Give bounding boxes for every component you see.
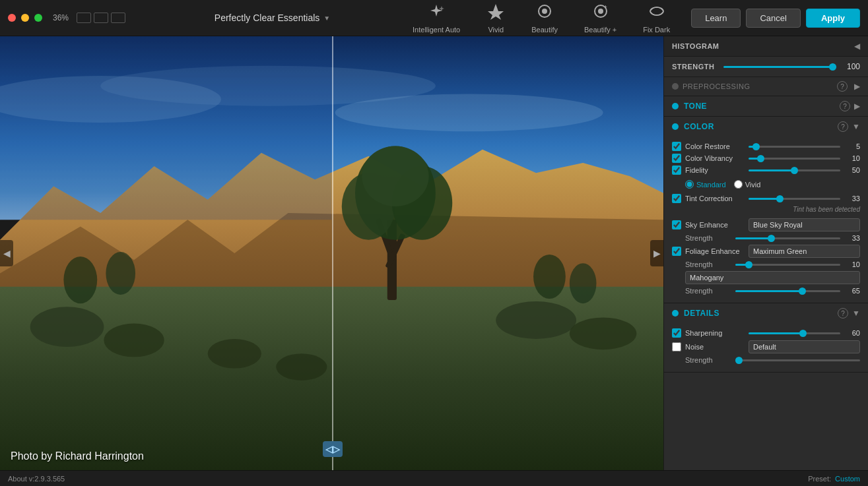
preset-value[interactable]: Custom (835, 475, 860, 483)
tint-correction-slider[interactable] (749, 198, 840, 200)
foliage-strength-slider[interactable] (735, 264, 840, 266)
color-section-header[interactable]: COLOR ? ▼ (664, 117, 868, 137)
sky-strength-value: 33 (844, 234, 860, 242)
preprocessing-help-icon[interactable]: ? (837, 81, 848, 92)
tint-correction-checkbox[interactable] (672, 194, 681, 203)
sharpening-checkbox[interactable] (672, 328, 681, 338)
color-restore-checkbox[interactable] (672, 142, 681, 151)
sky-strength-row: Strength 33 (685, 234, 860, 242)
svg-point-5 (650, 7, 663, 15)
tool-beautify-plus[interactable]: + Beautify + (571, 0, 630, 38)
color-vibrancy-checkbox[interactable] (672, 154, 681, 163)
details-dot (672, 310, 679, 317)
nav-left-button[interactable]: ◀ (0, 240, 13, 266)
app-title: Perfectly Clear Essentials (215, 13, 320, 23)
tool-vivid[interactable]: Vivid (473, 0, 518, 38)
standard-radio-label: Standard (696, 181, 726, 189)
color-dot (672, 123, 679, 130)
layout-grid-icon[interactable] (111, 13, 125, 23)
foliage-strength-row: Strength 10 (685, 260, 860, 268)
beautify-icon (535, 2, 554, 23)
color-restore-value: 5 (844, 142, 860, 150)
window-close-button[interactable] (8, 14, 16, 22)
sharpening-slider[interactable] (749, 332, 840, 334)
preprocessing-label: PREPROCESSING (683, 82, 833, 90)
tone-help-icon[interactable]: ? (840, 101, 850, 111)
noise-strength-row: Strength (685, 356, 860, 364)
mahogany-strength-value: 65 (844, 287, 860, 295)
standard-radio[interactable] (685, 180, 694, 189)
noise-checkbox[interactable] (672, 342, 681, 351)
split-handle[interactable]: ◁▷ (323, 441, 343, 457)
cancel-button[interactable]: Cancel (746, 9, 800, 28)
nav-right-button[interactable]: ▶ (650, 240, 663, 266)
tool-beautify[interactable]: Beautify (518, 0, 571, 38)
svg-point-1 (542, 9, 547, 14)
app-title-dropdown-icon[interactable]: ▼ (323, 15, 330, 22)
details-section-header[interactable]: DETAILS ? ▼ (664, 303, 868, 323)
fidelity-label: Fidelity (685, 166, 745, 174)
learn-button[interactable]: Learn (691, 9, 741, 28)
sky-enhance-checkbox[interactable] (672, 220, 681, 229)
details-expand-icon[interactable]: ▼ (852, 309, 860, 318)
foliage-enhance-select[interactable]: Maximum Green (749, 245, 860, 258)
preprocessing-expand-icon[interactable]: ▶ (854, 82, 860, 91)
split-line[interactable]: ◁▷ (332, 36, 333, 470)
histogram-title: HISTOGRAM (672, 42, 719, 50)
tool-fix-dark[interactable]: Fix Dark (630, 0, 683, 38)
window-minimize-button[interactable] (21, 14, 29, 22)
mahogany-dropdown-wrapper: Mahogany (685, 271, 860, 284)
vivid-radio-item[interactable]: Vivid (734, 180, 761, 189)
fidelity-checkbox[interactable] (672, 166, 681, 175)
tone-section-header[interactable]: TONE ? ▶ (664, 96, 868, 116)
intelligent-auto-icon (427, 2, 446, 23)
sky-enhance-dropdown-wrapper: Blue Sky Royal (749, 218, 860, 231)
foliage-strength-label: Strength (685, 260, 731, 268)
preset-area: Preset: Custom (808, 475, 860, 483)
sharpening-row: Sharpening 60 (672, 328, 860, 338)
color-vibrancy-slider[interactable] (749, 158, 840, 160)
fidelity-slider[interactable] (749, 169, 840, 171)
tool-intelligent-auto[interactable]: Intelligent Auto (399, 0, 473, 38)
color-section: COLOR ? ▼ Color Restore 5 Color Vibra (664, 117, 868, 303)
version-text: About v:2.9.3.565 (8, 475, 65, 483)
color-help-icon[interactable]: ? (838, 121, 848, 132)
tone-dot (672, 103, 679, 109)
foliage-enhance-checkbox[interactable] (672, 247, 681, 256)
vivid-radio[interactable] (734, 180, 743, 189)
tint-message: Tint has been detected (672, 206, 860, 213)
beautify-plus-icon: + (591, 2, 610, 23)
noise-strength-slider[interactable] (735, 359, 860, 361)
app-title-area: Perfectly Clear Essentials ▼ (158, 13, 386, 23)
color-expand-icon[interactable]: ▼ (852, 122, 860, 131)
topbar: 36% Perfectly Clear Essentials ▼ Intelli… (0, 0, 868, 36)
mahogany-strength-slider[interactable] (735, 290, 840, 292)
statusbar: About v:2.9.3.565 Preset: Custom (0, 470, 868, 486)
histogram-collapse-icon[interactable]: ◀ (854, 42, 860, 51)
layout-single-icon[interactable] (77, 13, 91, 23)
standard-radio-item[interactable]: Standard (685, 180, 726, 189)
tint-correction-label: Tint Correction (685, 195, 745, 202)
window-maximize-button[interactable] (34, 14, 42, 22)
preprocessing-row: PREPROCESSING ? ▶ (664, 77, 868, 96)
details-section: DETAILS ? ▼ Sharpening 60 Noise (664, 303, 868, 373)
layout-split-icon[interactable] (94, 13, 108, 23)
mahogany-select[interactable]: Mahogany (685, 271, 860, 284)
color-restore-slider[interactable] (749, 146, 840, 148)
strength-slider[interactable] (723, 66, 836, 68)
mahogany-strength-row: Strength 65 (685, 287, 860, 295)
noise-select[interactable]: Default (749, 340, 860, 353)
sky-strength-slider[interactable] (735, 237, 840, 239)
zoom-level: 36% (53, 13, 69, 22)
color-vibrancy-value: 10 (844, 154, 860, 162)
apply-button[interactable]: Apply (806, 9, 860, 28)
histogram-header[interactable]: HISTOGRAM ◀ (664, 36, 868, 57)
tone-section: TONE ? ▶ (664, 96, 868, 117)
tone-expand-icon[interactable]: ▶ (854, 102, 860, 111)
details-help-icon[interactable]: ? (838, 308, 848, 319)
color-title: COLOR (684, 122, 832, 131)
tool-vivid-label: Vivid (488, 26, 504, 34)
foliage-enhance-dropdown-wrapper: Maximum Green (749, 245, 860, 258)
sky-enhance-select[interactable]: Blue Sky Royal (749, 218, 860, 231)
strength-value: 100 (842, 62, 860, 71)
